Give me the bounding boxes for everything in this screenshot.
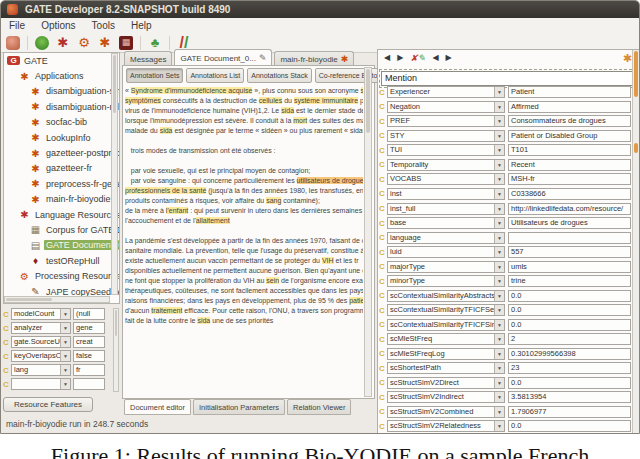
pin-icon[interactable]: ✱ [623, 53, 632, 64]
feature-value-field[interactable]: Consommateurs de drogues [508, 115, 631, 127]
feature-key-select[interactable]: majorType▼ [387, 261, 505, 273]
param-key-select[interactable]: analyzer▼ [11, 322, 71, 334]
annotation-highlight[interactable]: sang [266, 197, 281, 204]
feature-key-select[interactable]: scStructSimV2Relatedness▼ [387, 420, 505, 432]
feature-value-field[interactable]: Utilisateurs de drogues [508, 217, 631, 229]
feature-value-field[interactable]: 0.0 [508, 420, 631, 432]
tree-item-lookupinfo[interactable]: ✱LookupInfo [4, 130, 119, 145]
param-key-select[interactable]: gate.SourceURL▼ [11, 336, 71, 348]
param-key-select[interactable]: keyOverlapsOnly▼ [11, 350, 71, 362]
bottom-tab-relation-viewer[interactable]: Relation Viewer [287, 399, 351, 415]
param-key-select[interactable]: modelCount▼ [11, 308, 71, 320]
viewer-button-co-reference-editor[interactable]: Co-reference Editor [315, 68, 384, 83]
tree-item-gazetteer-postproc[interactable]: ✱gazetteer-postproc [4, 145, 119, 160]
viewer-button-annotation-sets[interactable]: Annotation Sets [126, 68, 183, 83]
annotation-highlight[interactable]: sida [281, 107, 294, 114]
feature-value-field[interactable]: 3.5813954 [508, 391, 631, 403]
resource-features-button[interactable]: Resource Features [3, 397, 93, 412]
feature-key-select[interactable]: inst▼ [387, 188, 505, 200]
tree-item-processing-resources[interactable]: ⚙Processing Resources [4, 268, 119, 283]
feature-value-field[interactable]: Patient or Disabled Group [508, 130, 631, 142]
feature-key-select[interactable]: scStructSimV2Combined▼ [387, 406, 505, 418]
feature-value-field[interactable]: 557 [508, 246, 631, 258]
plugin-manager-icon[interactable]: ♣ [148, 36, 162, 50]
annotation-highlight[interactable]: patients [349, 297, 363, 304]
annotation-highlight[interactable]: cellules [259, 97, 282, 104]
feature-value-field[interactable]: 23 [508, 362, 631, 374]
menu-file[interactable]: File [1, 18, 33, 33]
tree-item-main-fr-bioyodie[interactable]: ✱main-fr-bioyodie [4, 192, 119, 207]
tree-item-gazetteer-fr[interactable]: ✱gazetteer-fr [4, 161, 119, 176]
param-value-field[interactable]: fr [73, 364, 105, 376]
annotation-highlight[interactable]: sida [361, 87, 363, 94]
feature-key-select[interactable]: scMleStFreqLog▼ [387, 348, 505, 360]
annotation-highlight[interactable]: sida [160, 127, 173, 134]
feature-key-select[interactable]: TUI▼ [387, 144, 505, 156]
feature-value-field[interactable]: T101 [508, 144, 631, 156]
annotation-highlight[interactable]: utilisateurs de drogues [297, 177, 363, 184]
feature-value-field[interactable]: 0.0 [508, 377, 631, 389]
scroll-thumb[interactable] [634, 51, 638, 97]
feature-value-field[interactable]: 1.7906977 [508, 406, 631, 418]
feature-value-field[interactable]: trine [508, 275, 631, 287]
annotation-highlight[interactable]: professionnels de la santé [125, 187, 206, 194]
next-annotation-icon[interactable]: ▶ [446, 54, 452, 62]
param-key-select[interactable]: lang▼ [11, 364, 71, 376]
annotation-diff-icon[interactable]: // [177, 36, 191, 50]
feature-key-select[interactable]: Experiencer▼ [387, 86, 505, 98]
annotation-editor-scrollbar[interactable] [632, 50, 639, 433]
tree-item-testorephull[interactable]: ♦testORepHull [4, 253, 119, 268]
datastore-icon[interactable]: ▦ [119, 36, 133, 50]
param-key-select[interactable]: ▼ [11, 378, 71, 390]
param-value-field[interactable]: (null [73, 308, 105, 320]
annotation-highlight[interactable]: symptômes [125, 97, 161, 104]
annotation-type-input[interactable] [381, 71, 635, 86]
feature-key-select[interactable]: scStructSimV2Direct▼ [387, 377, 505, 389]
new-language-resource-icon[interactable]: ✱ [56, 36, 70, 50]
viewer-button-annotations-list[interactable]: Annotations List [186, 68, 244, 83]
menu-options[interactable]: Options [33, 18, 83, 33]
feature-key-select[interactable]: PREF▼ [387, 115, 505, 127]
feature-value-field[interactable]: Affirmed [508, 101, 631, 113]
feature-key-select[interactable]: base▼ [387, 217, 505, 229]
gate-logo-icon[interactable] [6, 36, 20, 50]
feature-key-select[interactable]: inst_full▼ [387, 203, 505, 215]
param-value-field[interactable] [73, 378, 105, 390]
tree-item-gate-document-00015[interactable]: ▤GATE Document_00015 [4, 238, 119, 253]
tree-item-language-resources[interactable]: ✱Language Resources [4, 207, 119, 222]
annotation-highlight[interactable]: traitement [151, 307, 182, 314]
scroll-thumb[interactable] [115, 310, 117, 336]
feature-key-select[interactable]: STY▼ [387, 130, 505, 142]
scroll-thumb[interactable] [6, 298, 52, 301]
title-bar[interactable]: GATE Developer 8.2-SNAPSHOT build 8490 [1, 1, 639, 18]
bottom-tab-initialisation-parameters[interactable]: Initialisation Parameters [193, 399, 285, 415]
viewer-button-annotations-stack[interactable]: Annotations Stack [247, 68, 311, 83]
feature-value-field[interactable]: 0.0 [508, 290, 631, 302]
tree-item-disambiguation-simple[interactable]: ✱disambiguation-simple [4, 84, 119, 99]
param-value-field[interactable]: creat [73, 336, 105, 348]
param-value-field[interactable]: false [73, 350, 105, 362]
tree-item-socfac-bib[interactable]: ✱socfac-bib [4, 115, 119, 130]
tab-gate-document-0[interactable]: GATE Document_0...✎ [174, 49, 272, 66]
tab-main-fr-bioyodie[interactable]: main-fr-bioyodie✱ [274, 51, 354, 66]
feature-key-select[interactable]: scContextualSimilarityAbstracts▼ [387, 290, 505, 302]
tree-item-gate[interactable]: GGATE [4, 53, 119, 68]
scroll-thumb[interactable] [366, 69, 370, 133]
annotation-highlight[interactable]: système immunitaire [294, 97, 358, 104]
tree-horizontal-scrollbar[interactable] [4, 296, 110, 303]
feature-value-field[interactable]: 0.0 [508, 319, 631, 331]
document-text-area[interactable]: « Syndrome d'immunodéficience acquise »,… [125, 86, 363, 328]
tree-vertical-scrollbar[interactable] [111, 53, 118, 295]
annotation-highlight[interactable]: mort [293, 117, 307, 124]
feature-key-select[interactable]: scContextualSimilarityTFICFSimple▼ [387, 319, 505, 331]
feature-value-field[interactable]: 0.30102999566398 [508, 348, 631, 360]
menu-tools[interactable]: Tools [84, 18, 123, 33]
annotation-highlight[interactable]: sida [197, 317, 210, 324]
param-value-field[interactable]: gene [73, 322, 105, 334]
next-boundary-icon[interactable]: ▶ [397, 54, 403, 62]
bottom-tab-document-editor[interactable]: Document editor [124, 399, 191, 415]
menu-help[interactable]: Help [123, 18, 160, 33]
tab-messages[interactable]: Messages [124, 51, 172, 66]
feature-key-select[interactable]: scShortestPath▼ [387, 362, 505, 374]
edit-annotation-icon[interactable]: ✘✎ [410, 54, 425, 63]
